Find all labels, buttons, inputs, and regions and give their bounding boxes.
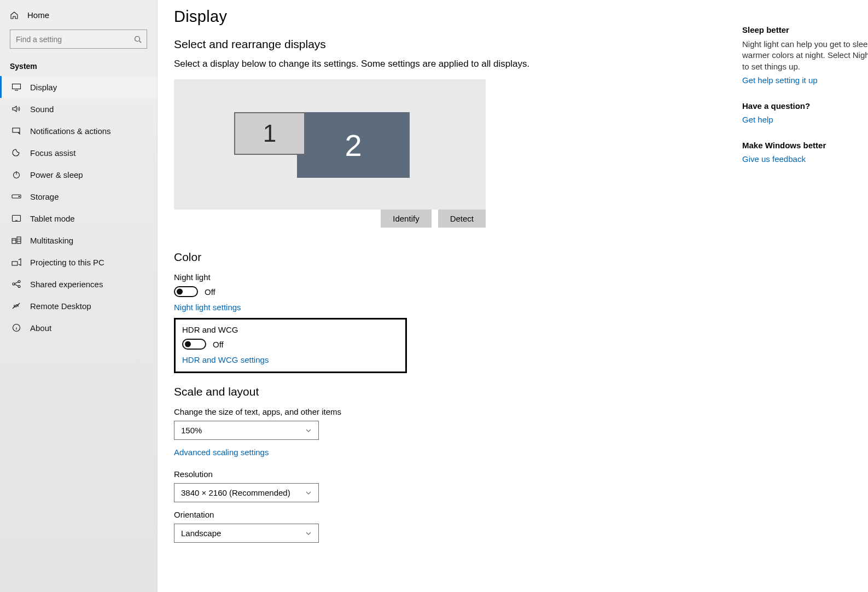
svg-rect-7 (12, 239, 16, 243)
sidebar-heading: System (0, 55, 157, 76)
sidebar: Home System Display Sound (0, 0, 158, 592)
hdr-state: Off (213, 340, 224, 349)
sidebar-item-remote-desktop[interactable]: Remote Desktop (0, 295, 157, 317)
svg-rect-2 (13, 128, 20, 132)
sidebar-item-focus-assist[interactable]: Focus assist (0, 142, 157, 164)
svg-point-11 (18, 281, 20, 283)
resolution-value: 3840 × 2160 (Recommended) (181, 488, 290, 497)
sidebar-item-label: Notifications & actions (30, 126, 147, 136)
page-title: Display (174, 8, 868, 26)
monitor-1[interactable]: 1 (234, 112, 305, 155)
orientation-label: Orientation (174, 510, 868, 519)
notifications-icon (11, 126, 21, 136)
storage-icon (11, 191, 21, 201)
sidebar-home[interactable]: Home (0, 7, 157, 23)
hdr-toggle[interactable] (182, 339, 206, 350)
monitor-2-label: 2 (345, 127, 362, 163)
sidebar-home-label: Home (27, 10, 49, 20)
info-column: Sleep better Night light can help you ge… (742, 25, 868, 164)
svg-point-0 (135, 36, 140, 41)
multitasking-icon (11, 235, 21, 245)
advanced-scaling-link[interactable]: Advanced scaling settings (174, 448, 269, 457)
sidebar-item-notifications[interactable]: Notifications & actions (0, 120, 157, 142)
monitor-1-label: 1 (263, 120, 276, 147)
sidebar-item-label: Shared experiences (30, 280, 147, 289)
night-light-settings-link[interactable]: Night light settings (174, 303, 241, 312)
focus-assist-icon (11, 148, 21, 158)
display-icon (11, 82, 21, 92)
sidebar-item-tablet-mode[interactable]: Tablet mode (0, 207, 157, 229)
resolution-label: Resolution (174, 469, 868, 479)
sidebar-item-label: Sound (30, 105, 147, 114)
sleep-link[interactable]: Get help setting it up (742, 76, 868, 85)
orientation-value: Landscape (181, 529, 221, 538)
scale-title: Scale and layout (174, 385, 868, 398)
text-size-dropdown[interactable]: 150% (174, 421, 319, 440)
sidebar-item-label: Focus assist (30, 148, 147, 158)
sidebar-item-label: About (30, 323, 147, 333)
chevron-down-icon (305, 531, 312, 536)
sidebar-item-shared-experiences[interactable]: Shared experiences (0, 273, 157, 295)
text-size-value: 150% (181, 426, 202, 435)
sleep-body: Night light can help you get to sleep by… (742, 39, 868, 72)
sidebar-item-storage[interactable]: Storage (0, 185, 157, 207)
svg-rect-8 (17, 237, 21, 243)
night-light-label: Night light (174, 272, 868, 282)
feedback-link[interactable]: Give us feedback (742, 154, 868, 164)
monitor-2[interactable]: 2 (297, 112, 410, 178)
sidebar-item-sound[interactable]: Sound (0, 98, 157, 120)
sidebar-item-about[interactable]: About (0, 317, 157, 339)
sidebar-item-multitasking[interactable]: Multitasking (0, 229, 157, 251)
search-icon (134, 36, 142, 43)
search-input[interactable] (10, 30, 147, 49)
sidebar-item-projecting[interactable]: Projecting to this PC (0, 251, 157, 273)
svg-point-5 (19, 196, 20, 197)
displays-arrangement[interactable]: 1 2 (174, 79, 486, 210)
svg-rect-9 (12, 262, 18, 265)
color-title: Color (174, 251, 868, 264)
sleep-head: Sleep better (742, 25, 868, 34)
hdr-label: HDR and WCG (182, 325, 399, 334)
sidebar-item-label: Projecting to this PC (30, 258, 147, 267)
sidebar-item-display[interactable]: Display (0, 76, 157, 98)
sidebar-item-label: Multitasking (30, 236, 147, 245)
question-head: Have a question? (742, 101, 868, 111)
home-icon (10, 11, 19, 20)
main-content: Display Select and rearrange displays Se… (158, 0, 868, 592)
sidebar-item-label: Remote Desktop (30, 301, 147, 311)
svg-point-12 (18, 286, 20, 288)
resolution-dropdown[interactable]: 3840 × 2160 (Recommended) (174, 483, 319, 502)
about-icon (11, 323, 21, 333)
chevron-down-icon (305, 491, 312, 495)
sidebar-item-label: Tablet mode (30, 214, 147, 223)
feedback-head: Make Windows better (742, 141, 868, 150)
svg-point-10 (13, 283, 15, 285)
projecting-icon (11, 257, 21, 267)
night-light-toggle[interactable] (174, 286, 198, 297)
sound-icon (11, 104, 21, 114)
night-light-state: Off (205, 287, 215, 297)
remote-desktop-icon (11, 301, 21, 311)
hdr-highlight: HDR and WCG Off HDR and WCG settings (174, 318, 407, 373)
detect-button[interactable]: Detect (438, 210, 486, 228)
sidebar-item-power-sleep[interactable]: Power & sleep (0, 164, 157, 185)
svg-rect-1 (13, 84, 21, 89)
text-size-label: Change the size of text, apps, and other… (174, 407, 868, 416)
hdr-settings-link[interactable]: HDR and WCG settings (182, 355, 269, 364)
get-help-link[interactable]: Get help (742, 115, 868, 124)
shared-icon (11, 279, 21, 289)
chevron-down-icon (305, 428, 312, 433)
sidebar-item-label: Display (30, 83, 147, 92)
identify-button[interactable]: Identify (381, 210, 431, 228)
power-icon (11, 170, 21, 179)
sidebar-item-label: Power & sleep (30, 170, 147, 179)
orientation-dropdown[interactable]: Landscape (174, 524, 319, 543)
sidebar-item-label: Storage (30, 192, 147, 201)
tablet-icon (11, 213, 21, 223)
